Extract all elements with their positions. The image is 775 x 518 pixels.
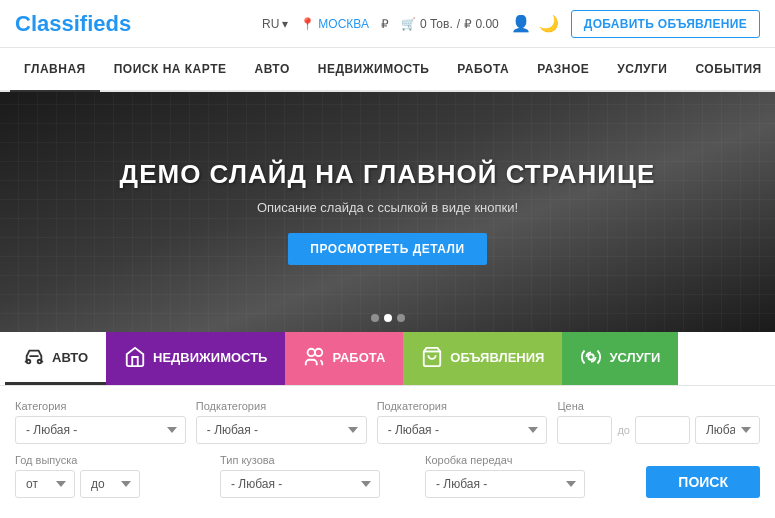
filter-group-body-type: Тип кузова - Любая - — [220, 454, 415, 498]
svg-point-5 — [589, 354, 595, 360]
currency-selector[interactable]: ₽ — [381, 17, 389, 31]
cat-tab-work[interactable]: РАБОТА — [285, 332, 403, 385]
hero-description: Описание слайда с ссылкой в виде кнопки! — [120, 200, 656, 215]
body-type-label: Тип кузова — [220, 454, 415, 466]
filter-group-search-btn: ПОИСК — [630, 466, 760, 498]
price-from-input[interactable] — [557, 416, 612, 444]
nav-item-services[interactable]: УСЛУГИ — [603, 48, 681, 92]
subcategory-select[interactable]: - Любая - — [196, 416, 367, 444]
cat-tab-auto-label: АВТО — [52, 350, 88, 365]
cart[interactable]: 🛒 0 Тов. / ₽ 0.00 — [401, 17, 499, 31]
price-row: до Любая — [557, 416, 760, 444]
location-icon: 📍 — [300, 17, 315, 31]
cat-tab-work-label: РАБОТА — [332, 350, 385, 365]
gearbox-label: Коробка передач — [425, 454, 620, 466]
filter-group-category: Категория - Любая - — [15, 400, 186, 444]
category-select[interactable]: - Любая - — [15, 416, 186, 444]
nav-item-events[interactable]: СОБЫТИЯ — [681, 48, 775, 92]
year-from-select[interactable]: от — [15, 470, 75, 498]
nav-item-home[interactable]: ГЛАВНАЯ — [10, 48, 100, 92]
gearbox-select[interactable]: - Любая - — [425, 470, 585, 498]
theme-toggle-icon[interactable]: 🌙 — [539, 14, 559, 33]
year-label: Год выпуска — [15, 454, 210, 466]
lang-selector[interactable]: RU ▾ — [262, 17, 288, 31]
body-type-select[interactable]: - Любая - — [220, 470, 380, 498]
logo[interactable]: Classifieds — [15, 11, 131, 37]
filter-group-year: Год выпуска от до — [15, 454, 210, 498]
svg-point-3 — [315, 349, 322, 356]
filter-row-1: Категория - Любая - Подкатегория - Любая… — [15, 400, 760, 444]
price-currency-select[interactable]: Любая — [695, 416, 760, 444]
search-button[interactable]: ПОИСК — [646, 466, 760, 498]
price-separator: до — [617, 424, 630, 436]
currency-label: ₽ — [381, 17, 389, 31]
year-row: от до — [15, 470, 210, 498]
category-label: Категория — [15, 400, 186, 412]
user-profile-icon[interactable]: 👤 — [511, 14, 531, 33]
realestate-icon — [124, 346, 146, 368]
lang-chevron-icon: ▾ — [282, 17, 288, 31]
subcategory-label: Подкатегория — [196, 400, 367, 412]
cat-tab-auto[interactable]: АВТО — [5, 332, 106, 385]
hero-dots — [371, 314, 405, 322]
nav-item-auto[interactable]: АВТО — [240, 48, 303, 92]
nav-item-work[interactable]: РАБОТА — [443, 48, 523, 92]
hero-banner: ДЕМО СЛАЙД НА ГЛАВНОЙ СТРАНИЦЕ Описание … — [0, 92, 775, 332]
header-right: RU ▾ 📍 МОСКВА ₽ 🛒 0 Тов. / ₽ 0.00 👤 🌙 ДО… — [262, 10, 760, 38]
hero-content: ДЕМО СЛАЙД НА ГЛАВНОЙ СТРАНИЦЕ Описание … — [120, 159, 656, 265]
cart-icon: 🛒 — [401, 17, 416, 31]
city-label: МОСКВА — [318, 17, 369, 31]
price-to-input[interactable] — [635, 416, 690, 444]
filter-group-price: Цена до Любая — [557, 400, 760, 444]
price-label: Цена — [557, 400, 760, 412]
user-icons: 👤 🌙 — [511, 14, 559, 33]
auto-icon — [23, 346, 45, 368]
filter-section: Категория - Любая - Подкатегория - Любая… — [0, 386, 775, 518]
nav-item-map-search[interactable]: ПОИСК НА КАРТЕ — [100, 48, 241, 92]
filter-group-subcategory1: Подкатегория - Любая - — [196, 400, 367, 444]
ads-icon — [421, 346, 443, 368]
cat-tab-services-label: УСЛУГИ — [609, 350, 660, 365]
year-to-select[interactable]: до — [80, 470, 140, 498]
subcategory2-select[interactable]: - Любая - — [377, 416, 548, 444]
hero-cta-button[interactable]: ПРОСМОТРЕТЬ ДЕТАЛИ — [288, 233, 486, 265]
header: Classifieds RU ▾ 📍 МОСКВА ₽ 🛒 0 Тов. / ₽… — [0, 0, 775, 48]
cat-tab-realestate[interactable]: НЕДВИЖИМОСТЬ — [106, 332, 285, 385]
lang-label: RU — [262, 17, 279, 31]
cat-tab-ads-label: ОБЪЯВЛЕНИЯ — [450, 350, 544, 365]
hero-title: ДЕМО СЛАЙД НА ГЛАВНОЙ СТРАНИЦЕ — [120, 159, 656, 190]
category-tabs: АВТО НЕДВИЖИМОСТЬ РАБОТА ОБЪЯВЛЕНИЯ — [0, 332, 775, 386]
hero-dot-3[interactable] — [397, 314, 405, 322]
cat-tab-services[interactable]: УСЛУГИ — [562, 332, 678, 385]
hero-dot-1[interactable] — [371, 314, 379, 322]
hero-dot-2[interactable] — [384, 314, 392, 322]
filter-row-2: Год выпуска от до Тип кузова - Любая - К… — [15, 454, 760, 498]
cart-label: 0 Тов. — [420, 17, 453, 31]
services-icon — [580, 346, 602, 368]
divider: / — [457, 17, 460, 31]
cart-price: ₽ 0.00 — [464, 17, 499, 31]
city-selector[interactable]: 📍 МОСКВА — [300, 17, 369, 31]
subcategory2-label: Подкатегория — [377, 400, 548, 412]
nav-item-realestate[interactable]: НЕДВИЖИМОСТЬ — [304, 48, 444, 92]
main-nav: ГЛАВНАЯ ПОИСК НА КАРТЕ АВТО НЕДВИЖИМОСТЬ… — [0, 48, 775, 92]
nav-item-misc[interactable]: РАЗНОЕ — [523, 48, 603, 92]
work-icon — [303, 346, 325, 368]
cat-tab-realestate-label: НЕДВИЖИМОСТЬ — [153, 350, 267, 365]
cat-tab-ads[interactable]: ОБЪЯВЛЕНИЯ — [403, 332, 562, 385]
add-listing-button[interactable]: ДОБАВИТЬ ОБЪЯВЛЕНИЕ — [571, 10, 760, 38]
filter-group-gearbox: Коробка передач - Любая - — [425, 454, 620, 498]
svg-point-2 — [308, 349, 315, 356]
filter-group-subcategory2: Подкатегория - Любая - — [377, 400, 548, 444]
